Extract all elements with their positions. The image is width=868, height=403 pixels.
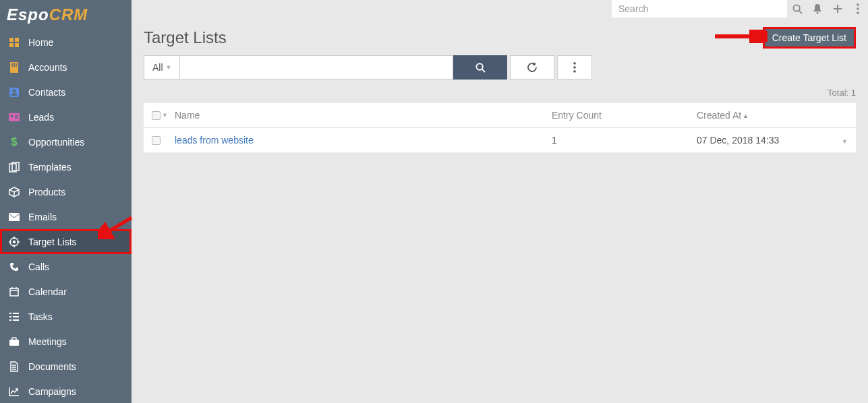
search-button[interactable] xyxy=(453,55,507,80)
sidebar-item-label: Documents xyxy=(28,361,76,372)
caret-down-icon[interactable]: ▼ xyxy=(162,112,168,119)
svg-rect-37 xyxy=(9,340,19,346)
tasks-icon xyxy=(8,311,20,323)
table: ▼ Name Entry Count Created At ▴ leads fr… xyxy=(144,103,856,153)
brand-part2: CRM xyxy=(49,5,88,24)
svg-point-51 xyxy=(574,62,577,65)
svg-rect-31 xyxy=(9,313,11,314)
more-vertical-icon xyxy=(573,62,576,73)
sidebar-item-emails[interactable]: Emails xyxy=(0,204,132,229)
row-name-link[interactable]: leads from website xyxy=(175,135,254,146)
svg-rect-9 xyxy=(13,65,15,67)
sidebar-item-contacts[interactable]: Contacts xyxy=(0,80,132,104)
svg-rect-16 xyxy=(15,117,18,119)
building-icon xyxy=(8,61,20,73)
sidebar-item-label: Home xyxy=(28,37,53,48)
svg-rect-35 xyxy=(9,319,11,321)
crosshairs-icon xyxy=(8,236,20,248)
sidebar-item-label: Leads xyxy=(28,112,54,123)
home-icon xyxy=(8,36,20,49)
file-icon xyxy=(8,361,20,373)
sidebar-item-target-lists[interactable]: Target Lists xyxy=(0,229,132,254)
id-card-icon xyxy=(8,111,20,123)
column-header-name[interactable]: Name xyxy=(172,110,552,121)
svg-rect-32 xyxy=(13,313,19,314)
svg-point-49 xyxy=(476,63,482,69)
list-search-input[interactable] xyxy=(180,55,453,80)
cube-icon xyxy=(8,186,20,198)
sidebar-item-accounts[interactable]: Accounts xyxy=(0,55,132,80)
search-icon[interactable] xyxy=(787,0,807,18)
reload-icon xyxy=(527,62,538,73)
svg-rect-15 xyxy=(15,115,18,117)
sidebar-item-templates[interactable]: Templates xyxy=(0,154,132,179)
toolbar: All ▼ xyxy=(132,55,868,88)
envelope-icon xyxy=(8,211,20,223)
sidebar-item-tasks[interactable]: Tasks xyxy=(0,304,132,329)
main-content: Target Lists Create Target List All ▼ To… xyxy=(132,0,868,403)
caret-down-icon: ▼ xyxy=(166,64,172,71)
sidebar: EspoCRM Home Accounts Contacts Leads xyxy=(0,0,132,403)
column-header-entry[interactable]: Entry Count xyxy=(552,110,697,121)
sidebar-item-campaigns[interactable]: Campaigns xyxy=(0,379,132,403)
filter-dropdown[interactable]: All ▼ xyxy=(144,55,180,80)
sidebar-item-label: Calendar xyxy=(28,286,67,297)
svg-point-52 xyxy=(574,66,577,69)
dollar-icon: $ xyxy=(8,136,20,148)
sidebar-item-documents[interactable]: Documents xyxy=(0,354,132,379)
sidebar-item-label: Templates xyxy=(28,162,71,173)
address-card-icon xyxy=(8,86,20,98)
svg-point-53 xyxy=(574,70,577,73)
svg-rect-5 xyxy=(11,63,13,65)
copy-icon xyxy=(8,161,20,173)
sidebar-item-opportunities[interactable]: $ Opportunities xyxy=(0,129,132,154)
svg-rect-0 xyxy=(9,38,13,42)
svg-rect-34 xyxy=(13,316,19,317)
svg-point-46 xyxy=(857,3,859,6)
svg-rect-33 xyxy=(9,316,11,317)
svg-point-47 xyxy=(857,7,859,10)
briefcase-icon xyxy=(8,336,20,348)
sidebar-item-meetings[interactable]: Meetings xyxy=(0,329,132,354)
sidebar-item-calls[interactable]: Calls xyxy=(0,254,132,279)
plus-icon[interactable] xyxy=(828,0,848,18)
sidebar-item-label: Emails xyxy=(28,212,57,222)
svg-rect-10 xyxy=(16,65,17,67)
svg-line-50 xyxy=(482,69,485,71)
page-title: Target Lists xyxy=(144,28,227,47)
search-icon xyxy=(475,63,486,73)
create-target-list-button[interactable]: Create Target List xyxy=(763,27,856,49)
svg-point-48 xyxy=(857,11,859,14)
row-actions-dropdown[interactable]: ▼ xyxy=(842,138,848,145)
brand-logo[interactable]: EspoCRM xyxy=(0,0,132,30)
reload-button[interactable] xyxy=(510,55,554,80)
row-created-at: 07 Dec, 2018 14:33 xyxy=(697,135,832,146)
chart-line-icon xyxy=(8,385,20,398)
global-search-input[interactable] xyxy=(612,0,787,18)
sidebar-item-products[interactable]: Products xyxy=(0,179,132,204)
table-row: leads from website 1 07 Dec, 2018 14:33 … xyxy=(144,128,856,153)
more-vertical-icon[interactable] xyxy=(848,0,868,18)
total-count: Total: 1 xyxy=(132,88,868,103)
svg-rect-2 xyxy=(9,43,13,47)
table-header: ▼ Name Entry Count Created At ▴ xyxy=(144,103,856,128)
svg-rect-1 xyxy=(15,38,19,42)
svg-rect-36 xyxy=(13,319,19,321)
more-actions-button[interactable] xyxy=(557,55,592,80)
column-header-created[interactable]: Created At ▴ xyxy=(697,110,832,121)
sidebar-item-home[interactable]: Home xyxy=(0,30,132,55)
svg-line-42 xyxy=(799,10,801,13)
sidebar-item-calendar[interactable]: Calendar xyxy=(0,279,132,304)
sidebar-item-leads[interactable]: Leads xyxy=(0,104,132,129)
row-checkbox[interactable] xyxy=(152,136,161,145)
brand-part1: Espo xyxy=(7,5,49,24)
svg-rect-27 xyxy=(10,288,18,296)
sidebar-item-label: Opportunities xyxy=(28,137,84,148)
sidebar-item-label: Accounts xyxy=(28,62,67,73)
bell-icon[interactable] xyxy=(807,0,828,18)
select-all-checkbox[interactable] xyxy=(152,111,161,120)
calendar-icon xyxy=(8,286,20,298)
svg-text:$: $ xyxy=(11,137,18,148)
svg-point-14 xyxy=(11,115,13,117)
svg-point-41 xyxy=(793,5,799,11)
